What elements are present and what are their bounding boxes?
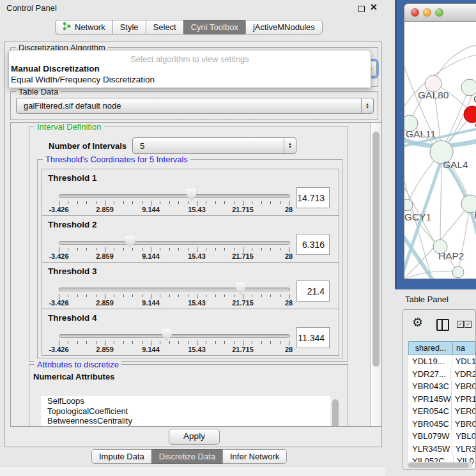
table-row[interactable]: YBR045CYBR0 (408, 418, 475, 431)
table-row[interactable]: YLR345WYLR3 (408, 443, 475, 456)
attribute-list-item[interactable]: BetweennessCentrality (41, 416, 330, 426)
attribute-list-item[interactable]: SelfLoops (41, 396, 330, 406)
cell-shared-name[interactable]: YBL079W (408, 430, 452, 443)
close-traffic-light[interactable] (411, 8, 419, 17)
cell-name[interactable]: YER0 (452, 405, 475, 418)
axis-label: 2.859 (96, 206, 114, 213)
table-row[interactable]: YBL079WYBL0 (408, 430, 475, 443)
tab-impute-data[interactable]: Impute Data (91, 449, 152, 464)
threshold-label: Threshold 4 (48, 313, 97, 323)
zoom-traffic-light[interactable] (435, 8, 443, 17)
slider-track[interactable] (59, 288, 290, 291)
slider-track[interactable] (59, 194, 290, 198)
numerical-attributes-list[interactable]: SelfLoopsTopologicalCoefficientBetweenne… (41, 396, 330, 427)
table-data-combo[interactable]: galFiltered.sif default node ▲▼ (16, 98, 374, 114)
minimize-traffic-light[interactable] (423, 8, 431, 17)
table-row[interactable]: YDL19...YDL1 (408, 355, 475, 368)
cell-name[interactable]: YBR0 (452, 380, 475, 393)
tab-network[interactable]: Network (55, 20, 113, 35)
table-row[interactable]: YDR27...YDR2 (408, 368, 475, 381)
interval-definition-title: Interval Definition (35, 122, 104, 132)
threshold-value-field[interactable]: 11.344 (296, 327, 330, 348)
float-window-icon[interactable] (358, 6, 365, 12)
cell-shared-name[interactable]: YDR27... (408, 368, 451, 381)
apply-button[interactable]: Apply (169, 429, 220, 445)
slider-ticks (59, 200, 290, 206)
network-node-label: GAL11 (406, 128, 436, 139)
stepper-arrows-icon: ▲▼ (361, 98, 373, 113)
vertical-scrollbar[interactable] (370, 123, 381, 426)
axis-label: 28 (285, 346, 293, 353)
panel-title: Control Panel (6, 3, 57, 13)
cell-shared-name[interactable]: YER054C (408, 405, 452, 418)
horizontal-scrollbar-thumb[interactable] (408, 463, 469, 468)
cell-name[interactable]: YBL0 (452, 430, 475, 443)
tab-infer-network[interactable]: Infer Network (222, 449, 287, 464)
network-node[interactable] (404, 199, 413, 211)
tab-cyni-toolbox[interactable]: Cyni Toolbox (183, 20, 246, 35)
axis-label: 9.144 (142, 346, 160, 353)
table-row[interactable]: YPR145WYPR1 (408, 393, 475, 406)
slider-ticks (59, 247, 290, 253)
column-header-name[interactable]: na (453, 341, 475, 355)
table-body: YDL19...YDL1YDR27...YDR2YBR043CYBR0YPR14… (408, 355, 475, 468)
tab-discretize-data[interactable]: Discretize Data (151, 449, 223, 464)
network-window-titlebar[interactable] (404, 4, 476, 22)
cell-shared-name[interactable]: YLR345W (408, 443, 452, 456)
columns-icon[interactable] (436, 319, 449, 331)
network-node-label: GAL80 (418, 89, 449, 100)
network-canvas[interactable]: GAL80GACGAL11GAL4HGCY1HAP2 (404, 22, 476, 279)
cell-shared-name[interactable]: YDL19... (408, 355, 452, 368)
network-icon (63, 22, 71, 33)
axis-label: 21.715 (232, 299, 254, 307)
threshold-value-field[interactable]: 14.713 (296, 187, 330, 208)
axis-label: 28 (285, 252, 293, 260)
threshold-value-field[interactable]: 6.316 (296, 234, 330, 255)
dropdown-option-manual[interactable]: Manual Discretization (11, 64, 100, 73)
cell-shared-name[interactable]: YBR043C (408, 380, 452, 393)
cell-name[interactable]: YLR3 (452, 443, 475, 456)
network-node[interactable] (452, 266, 464, 278)
num-intervals-spinner[interactable]: 5 ▲▼ (132, 137, 296, 154)
slider-track[interactable] (59, 241, 290, 245)
list-scrollbar-thumb[interactable] (332, 399, 339, 427)
cell-name[interactable]: YPR1 (452, 393, 475, 406)
thresholds-group: Threshold's Coordinates for 5 Intervals … (37, 159, 342, 358)
close-icon[interactable]: ✕ (370, 2, 378, 12)
tab-jactivemnodules[interactable]: jActiveMNodules (245, 20, 323, 35)
num-intervals-value: 5 (133, 141, 144, 151)
network-edge[interactable] (458, 204, 470, 272)
panel-bottom-strip (0, 466, 385, 476)
attributes-group-title: Attributes to discretize (35, 360, 121, 369)
column-header-shared-name[interactable]: shared... (408, 341, 453, 355)
cell-shared-name[interactable]: YPR145W (408, 393, 452, 406)
gear-icon[interactable]: ⚙ (412, 315, 423, 330)
dropdown-option-equal-width[interactable]: Equal Width/Frequency Discretization (11, 75, 155, 84)
network-edge[interactable] (433, 44, 476, 84)
cell-shared-name[interactable]: YBR045C (408, 418, 452, 431)
checkbox-icon[interactable]: ✓ (457, 321, 464, 328)
axis-label: 9.144 (142, 252, 160, 260)
algorithm-dropdown-popup: Select algorithm to view settings Manual… (8, 50, 371, 88)
tab-select[interactable]: Select (146, 20, 184, 35)
table-row[interactable]: YER054CYER0 (408, 405, 475, 418)
tab-network-label: Network (75, 22, 105, 32)
axis-label: 28 (285, 299, 293, 307)
threshold-label: Threshold 2 (48, 220, 97, 229)
table-row[interactable]: YBR043CYBR0 (408, 380, 475, 393)
cell-name[interactable]: YBR0 (452, 418, 475, 431)
stepper-arrows-icon: ▲▼ (284, 138, 296, 153)
axis-label: 9.144 (142, 299, 160, 307)
axis-label: 9.144 (142, 206, 160, 213)
cell-name[interactable]: YDL1 (452, 355, 475, 368)
attribute-list-item[interactable]: TopologicalCoefficient (41, 406, 330, 417)
threshold-value-field[interactable]: 21.4 (296, 280, 330, 302)
checkbox-icon[interactable]: ✓ (464, 321, 472, 328)
tab-style[interactable]: Style (112, 20, 146, 35)
cell-name[interactable]: YDR2 (451, 368, 475, 381)
slider-track[interactable] (59, 334, 290, 338)
horizontal-scrollbar[interactable] (407, 462, 473, 468)
network-window: GAL80GACGAL11GAL4HGCY1HAP2 (404, 3, 476, 279)
axis-label: 2.859 (96, 299, 114, 307)
vertical-scrollbar-thumb[interactable] (372, 132, 380, 367)
